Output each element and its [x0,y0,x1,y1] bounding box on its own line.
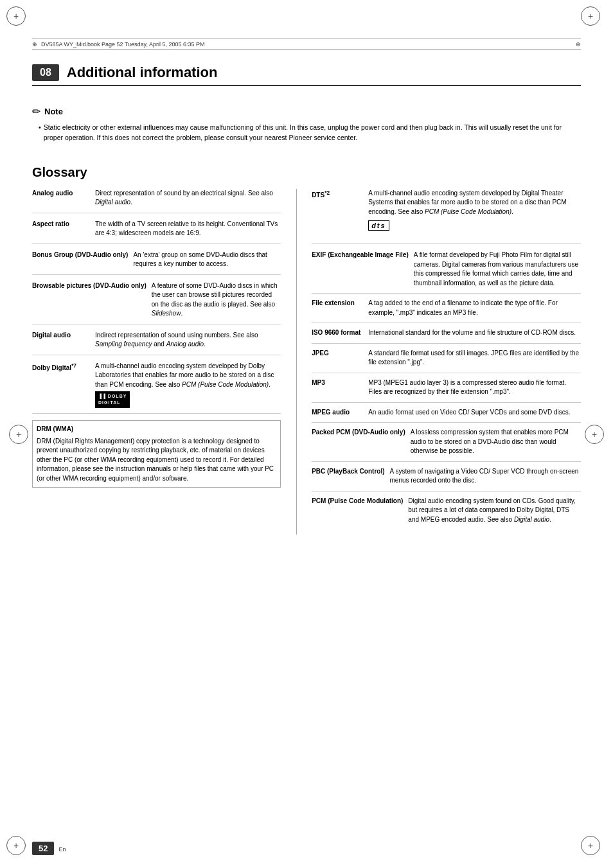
right-def: A standard file format used for still im… [368,349,581,368]
entry-def: A feature of some DVD-Audio discs in whi… [152,281,281,319]
list-item: PBC (PlayBack Control) A system of navig… [312,467,581,492]
list-item: File extension A tag added to the end of… [312,299,581,323]
left-column: Analog audio Direct representation of so… [32,189,281,535]
right-column: DTS*2 A multi-channel audio encoding sys… [312,189,581,535]
corner-mark-tl [6,6,32,32]
drm-definition: DRM (Digital Rights Management) copy pro… [37,437,276,484]
entry-term: Bonus Group (DVD-Audio only) [32,251,128,269]
list-item: Packed PCM (DVD-Audio only) A lossless c… [312,428,581,462]
right-term: PCM (Pulse Code Modulation) [312,497,403,525]
list-item: EXIF (Exchangeable Image File) A file fo… [312,251,581,294]
right-def: Digital audio encoding system found on C… [408,497,581,525]
entry-term: Aspect ratio [32,220,90,238]
entry-term: Analog audio [32,189,90,208]
dolby-logo: ▐▐ DOLBYDIGITAL [95,391,130,408]
dts-row: DTS*2 A multi-channel audio encoding sys… [312,189,581,217]
entry-def: An 'extra' group on some DVD-Audio discs… [133,251,280,269]
note-label: Note [44,107,63,116]
list-item: Analog audio Direct representation of so… [32,189,281,213]
footer: 52 En [32,842,581,855]
note-icon [32,105,40,118]
right-term: MPEG audio [312,408,363,418]
meta-bar: ⊕ DV585A WY_Mid.book Page 52 Tuesday, Ap… [32,39,581,50]
entry-def: Direct representation of sound by an ele… [95,189,281,208]
chapter-title: Additional information [67,64,218,81]
main-content: 08 Additional information Note Static el… [32,64,581,817]
side-mark-left [9,425,28,444]
column-divider [296,189,297,535]
entry-def: The width of a TV screen relative to its… [95,220,281,238]
dts-logo-container: dts [312,218,581,233]
dts-logo: dts [368,220,389,231]
list-item: DTS*2 A multi-channel audio encoding sys… [312,189,581,245]
corner-mark-br [581,836,607,862]
note-content: Static electricity or other external inf… [44,123,581,143]
list-item: MP3 MP3 (MPEG1 audio layer 3) is a compr… [312,378,581,403]
entry-def: A multi-channel audio encoding system de… [95,362,281,409]
right-def: A system of navigating a Video CD/ Super… [390,467,582,486]
right-term: DTS*2 [312,189,363,217]
entry-term: Dolby Digital*7 [32,362,90,409]
list-item: MPEG audio An audio format used on Video… [312,408,581,423]
right-term: EXIF (Exchangeable Image File) [312,251,409,288]
note-text: Static electricity or other external inf… [32,123,581,143]
entry-term: Browsable pictures (DVD-Audio only) [32,281,147,319]
registration-mark: ⊕ [32,41,37,48]
registration-mark-2: ⊕ [576,41,581,48]
note-section: Note Static electricity or other externa… [32,99,581,150]
list-item: JPEG A standard file format used for sti… [312,349,581,373]
right-term: JPEG [312,349,363,368]
drm-term: DRM (WMA) [37,425,276,434]
list-item: Bonus Group (DVD-Audio only) An 'extra' … [32,251,281,275]
right-term: PBC (PlayBack Control) [312,467,384,486]
list-item: DRM (WMA) DRM (Digital Rights Management… [32,420,281,488]
right-term: ISO 9660 format [312,328,363,338]
chapter-number: 08 [32,64,59,81]
glossary-title: Glossary [32,165,581,180]
glossary-columns: Analog audio Direct representation of so… [32,189,581,535]
side-mark-right [585,425,604,444]
file-info: DV585A WY_Mid.book Page 52 Tuesday, Apri… [41,41,205,48]
page-language: En [59,846,66,853]
right-def: MP3 (MPEG1 audio layer 3) is a compresse… [368,378,581,397]
chapter-header: 08 Additional information [32,64,581,86]
list-item: Dolby Digital*7 A multi-channel audio en… [32,362,281,414]
list-item: Digital audio Indirect representation of… [32,331,281,355]
right-def: An audio format used on Video CD/ Super … [368,408,570,418]
entry-term: Digital audio [32,331,90,350]
right-def: A file format developed by Fuji Photo Fi… [414,251,581,288]
right-term: File extension [312,299,363,317]
list-item: ISO 9660 format International standard f… [312,328,581,344]
note-header: Note [32,105,581,118]
list-item: Aspect ratio The width of a TV screen re… [32,220,281,244]
corner-mark-bl [6,836,32,862]
list-item: Browsable pictures (DVD-Audio only) A fe… [32,281,281,324]
corner-mark-tr [581,6,607,32]
list-item: PCM (Pulse Code Modulation) Digital audi… [312,497,581,530]
note-bullet: Static electricity or other external inf… [39,123,581,143]
page-number-container: 52 En [32,842,581,855]
right-def: International standard for the volume an… [368,328,576,338]
right-def: A tag added to the end of a filename to … [368,299,581,317]
right-def: A lossless compression system that enabl… [411,428,581,456]
right-term: MP3 [312,378,363,397]
page-number: 52 [32,842,54,855]
right-def: A multi-channel audio encoding system de… [368,189,581,217]
right-term: Packed PCM (DVD-Audio only) [312,428,405,456]
entry-def: Indirect representation of sound using n… [95,331,281,350]
